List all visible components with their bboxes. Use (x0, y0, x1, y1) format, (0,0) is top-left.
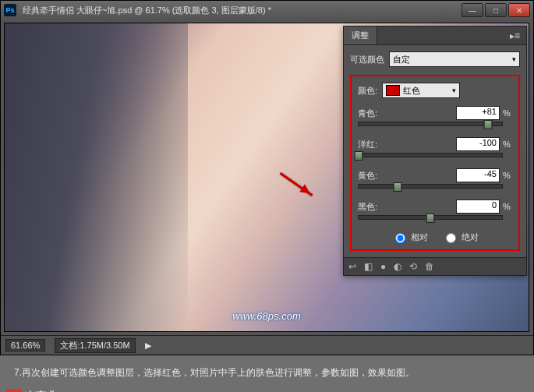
panel-body: 可选颜色 自定 ▾ 颜色: 红色 ▾ (344, 45, 526, 257)
radio-absolute-input[interactable] (446, 233, 456, 243)
photoshop-icon: Ps (4, 4, 16, 16)
color-label: 颜色: (358, 85, 377, 97)
watermark: www.68ps.com (232, 310, 300, 322)
black-track[interactable] (358, 215, 503, 220)
titlebar: Ps 经典牵手情侣 大眼仔~旭.psd @ 61.7% (选取颜色 3, 图层蒙… (1, 1, 533, 19)
preset-row: 可选颜色 自定 ▾ (350, 51, 520, 67)
cyan-input[interactable]: +81 (456, 106, 500, 120)
chevron-down-icon: ▾ (452, 87, 456, 94)
visibility-icon[interactable]: ● (380, 261, 386, 272)
highlight-box: 颜色: 红色 ▾ 青色: +81 (350, 75, 520, 251)
method-radios: 相对 绝对 (358, 231, 512, 243)
tab-adjustments[interactable]: 调整 (344, 26, 377, 44)
radio-absolute[interactable]: 绝对 (442, 231, 479, 243)
site-logo: 查 查字典 教程 (6, 389, 78, 392)
black-label: 黑色: (358, 201, 377, 213)
caption-text: 7.再次创建可选颜色调整图层，选择红色，对照片中手上的肤色进行调整，参数如图，效… (0, 355, 534, 384)
slider-thumb[interactable] (393, 182, 401, 192)
magenta-input[interactable]: -100 (456, 137, 500, 151)
percent-label: % (503, 108, 512, 118)
doc-info[interactable]: 文档:1.75M/3.50M (55, 338, 135, 353)
yellow-slider: 黄色: -45 % (358, 168, 512, 189)
color-dropdown[interactable]: 红色 ▾ (382, 83, 460, 98)
radio-relative-label: 相对 (411, 231, 428, 243)
statusbar-arrow-icon[interactable]: ▶ (145, 341, 151, 351)
app-window: Ps 经典牵手情侣 大眼仔~旭.psd @ 61.7% (选取颜色 3, 图层蒙… (0, 0, 534, 355)
annotation-arrow (280, 172, 313, 196)
color-row: 颜色: 红色 ▾ (358, 83, 512, 98)
preset-label: 可选颜色 (350, 54, 384, 65)
zoom-level[interactable]: 61.66% (5, 339, 45, 351)
statusbar: 61.66% 文档:1.75M/3.50M ▶ (1, 335, 533, 355)
magenta-track[interactable] (358, 153, 503, 157)
radio-relative[interactable]: 相对 (391, 231, 428, 243)
maximize-button[interactable]: □ (485, 3, 507, 17)
magenta-slider: 洋红: -100 % (358, 137, 512, 157)
color-swatch (386, 85, 400, 96)
window-buttons: — □ ✕ (462, 3, 530, 17)
black-input[interactable]: 0 (456, 200, 500, 214)
chevron-down-icon: ▾ (512, 55, 516, 63)
percent-label: % (503, 202, 512, 211)
yellow-label: 黄色: (358, 170, 377, 182)
percent-label: % (503, 139, 512, 149)
logo-mark: 查 (6, 389, 22, 392)
slider-thumb[interactable] (355, 151, 363, 161)
close-button[interactable]: ✕ (508, 3, 530, 17)
radio-relative-input[interactable] (395, 233, 405, 243)
clip-icon[interactable]: ◧ (364, 261, 373, 272)
yellow-track[interactable] (358, 184, 503, 189)
cyan-label: 青色: (358, 108, 377, 119)
percent-label: % (503, 171, 512, 180)
adjustments-panel: 调整 ▸≡ 可选颜色 自定 ▾ 颜色: (343, 26, 527, 276)
radio-absolute-label: 绝对 (462, 231, 479, 243)
preset-dropdown[interactable]: 自定 ▾ (389, 51, 520, 67)
magenta-label: 洋红: (358, 139, 377, 150)
panel-menu-icon[interactable]: ▸≡ (504, 27, 526, 44)
window-title: 经典牵手情侣 大眼仔~旭.psd @ 61.7% (选取颜色 3, 图层蒙版/8… (23, 5, 462, 16)
slider-thumb[interactable] (483, 120, 492, 129)
trash-icon[interactable]: 🗑 (425, 261, 434, 272)
cyan-slider: 青色: +81 % (358, 106, 512, 126)
minimize-button[interactable]: — (462, 3, 483, 17)
return-icon[interactable]: ↩ (348, 261, 356, 272)
panel-footer: ↩ ◧ ● ◐ ⟲ 🗑 (344, 257, 526, 275)
previous-icon[interactable]: ◐ (394, 261, 401, 272)
preset-value: 自定 (393, 54, 410, 65)
canvas-area: www.68ps.com 调整 ▸≡ 可选颜色 自定 ▾ 颜色: (1, 19, 533, 335)
page-footer: 查 查字典 教程 jiaocheng.chazidian.com (0, 384, 534, 392)
panel-tabs: 调整 ▸≡ (344, 26, 526, 45)
yellow-input[interactable]: -45 (456, 168, 500, 182)
black-slider: 黑色: 0 % (358, 200, 512, 220)
slider-thumb[interactable] (426, 214, 435, 223)
reset-icon[interactable]: ⟲ (409, 261, 417, 272)
cyan-track[interactable] (358, 122, 503, 126)
color-value: 红色 (403, 85, 420, 97)
